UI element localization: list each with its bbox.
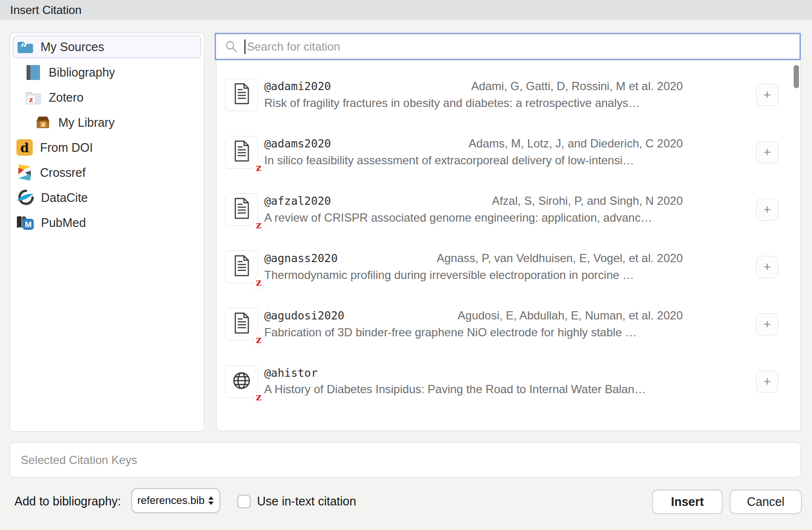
citation-key: @afzal2020: [264, 195, 331, 207]
citation-row[interactable]: z @ahistor A History of Diabetes Insipid…: [217, 353, 800, 410]
svg-text:z: z: [42, 121, 45, 128]
sources-sidebar: ” My Sources Bibliography z Zotero z My …: [10, 33, 204, 432]
svg-text:z: z: [29, 95, 33, 104]
citation-title: A History of Diabetes Insipidus: Paving …: [264, 383, 683, 396]
sidebar-item-label: Crossref: [40, 166, 85, 180]
zotero-badge-icon: z: [254, 277, 264, 288]
search-input[interactable]: [246, 40, 799, 54]
sidebar-item-label: PubMed: [41, 216, 86, 230]
citation-authors: Adams, M, Lotz, J, and Diederich, C 2020: [469, 137, 683, 150]
citation-title: Fabrication of 3D binder-free graphene N…: [264, 326, 683, 339]
citation-key: @adams2020: [264, 137, 331, 150]
sidebar-item-bibliography[interactable]: Bibliography: [10, 60, 204, 85]
select-arrows-icon: [208, 495, 214, 506]
add-to-bibliography-label: Add to bibliography:: [14, 494, 121, 508]
citation-type-icon-box: z: [225, 136, 258, 169]
add-citation-button[interactable]: +: [756, 313, 778, 335]
document-icon: [233, 255, 251, 278]
citation-row[interactable]: z @afzal2020 Afzal, S, Sirohi, P, and Si…: [217, 181, 800, 238]
scrollbar-thumb[interactable]: [794, 65, 799, 88]
doi-icon: d: [16, 139, 33, 156]
sidebar-item-my-library[interactable]: z My Library: [10, 110, 204, 135]
add-citation-button[interactable]: +: [756, 371, 778, 393]
sidebar-item-my-sources[interactable]: ” My Sources: [13, 36, 201, 58]
citation-type-icon-box: z: [225, 251, 258, 283]
sidebar-item-label: DataCite: [41, 191, 88, 205]
dialog-titlebar: Insert Citation: [0, 0, 812, 20]
zotero-badge-icon: z: [254, 334, 264, 345]
datacite-icon: [16, 189, 34, 206]
document-icon: [233, 83, 251, 106]
citation-key: @agudosi2020: [264, 309, 344, 322]
citation-key: @ahistor: [264, 367, 318, 379]
search-icon: [222, 40, 240, 53]
citation-type-icon-box: z: [225, 308, 258, 341]
sidebar-item-label: Bibliography: [49, 66, 115, 80]
bibliography-file-select[interactable]: references.bib: [131, 488, 220, 513]
selected-citation-keys-box[interactable]: [10, 442, 801, 477]
citation-row[interactable]: z @agnass2020 Agnass, P, van Veldhuisen,…: [217, 238, 800, 295]
sidebar-item-pubmed[interactable]: M PubMed: [10, 210, 204, 235]
bibliography-icon: [25, 65, 42, 80]
citation-authors: Afzal, S, Sirohi, P, and Singh, N 2020: [492, 194, 683, 208]
citation-title: In silico feasibility assessment of extr…: [264, 154, 683, 167]
citation-row[interactable]: z @agudosi2020 Agudosi, E, Abdullah, E, …: [217, 295, 800, 353]
citation-row[interactable]: z @adams2020 Adams, M, Lotz, J, and Died…: [217, 123, 800, 181]
insert-citation-dialog: Insert Citation ” My Sources Bibliograph…: [0, 0, 812, 530]
svg-text:”: ”: [20, 41, 27, 54]
crossref-icon: [16, 164, 33, 181]
document-icon: [233, 312, 251, 336]
citation-type-icon-box: z: [225, 365, 258, 398]
sidebar-item-label: My Sources: [41, 40, 104, 54]
citation-row[interactable]: @adami2020 Adami, G, Gatti, D, Rossini, …: [217, 66, 800, 123]
pubmed-icon: M: [16, 215, 34, 231]
text-cursor: [244, 40, 245, 54]
my-sources-icon: ”: [16, 40, 34, 54]
citation-authors: Adami, G, Gatti, D, Rossini, M et al. 20…: [471, 80, 683, 93]
sidebar-item-crossref[interactable]: Crossref: [10, 160, 204, 185]
zotero-badge-icon: z: [254, 392, 264, 403]
document-icon: [233, 140, 251, 164]
search-field[interactable]: [215, 33, 801, 60]
sidebar-item-zotero[interactable]: z Zotero: [10, 85, 204, 110]
insert-button[interactable]: Insert: [652, 490, 723, 514]
sidebar-item-datacite[interactable]: DataCite: [10, 185, 204, 210]
svg-text:d: d: [20, 141, 29, 155]
zotero-badge-icon: z: [254, 162, 264, 173]
selected-citation-keys-input[interactable]: [20, 453, 800, 467]
citation-title: Risk of fragility fractures in obesity a…: [264, 96, 683, 110]
citation-authors: Agudosi, E, Abdullah, E, Numan, et al. 2…: [458, 309, 683, 322]
library-icon: z: [34, 116, 52, 129]
citation-title: Thermodynamic profiling during irreversi…: [264, 268, 683, 282]
sidebar-item-label: From DOI: [40, 141, 93, 155]
citation-type-icon-box: [225, 79, 258, 111]
zotero-badge-icon: z: [254, 220, 264, 231]
cancel-button[interactable]: Cancel: [730, 490, 802, 514]
citation-key: @adami2020: [264, 80, 331, 93]
add-citation-button[interactable]: +: [756, 141, 778, 163]
zotero-icon: z: [25, 90, 42, 105]
use-intext-checkbox[interactable]: [237, 495, 251, 508]
document-icon: [233, 198, 251, 221]
citation-key: @agnass2020: [264, 252, 338, 265]
dialog-title: Insert Citation: [10, 3, 81, 17]
add-citation-button[interactable]: +: [756, 199, 778, 221]
svg-text:M: M: [25, 220, 32, 229]
add-citation-button[interactable]: +: [756, 84, 778, 106]
citation-authors: Agnass, P, van Veldhuisen, E, Vogel, et …: [436, 252, 683, 265]
citation-title: A review of CRISPR associated genome eng…: [264, 211, 683, 225]
citation-results-list: @adami2020 Adami, G, Gatti, D, Rossini, …: [216, 60, 801, 431]
sidebar-item-from-doi[interactable]: d From DOI: [10, 135, 204, 160]
bibliography-file-value: references.bib: [137, 494, 204, 507]
use-intext-label: Use in-text citation: [257, 494, 356, 508]
globe-icon: [232, 371, 251, 392]
citation-type-icon-box: z: [225, 193, 258, 226]
add-citation-button[interactable]: +: [756, 256, 778, 278]
sidebar-item-label: My Library: [58, 116, 115, 130]
sidebar-item-label: Zotero: [49, 91, 83, 105]
